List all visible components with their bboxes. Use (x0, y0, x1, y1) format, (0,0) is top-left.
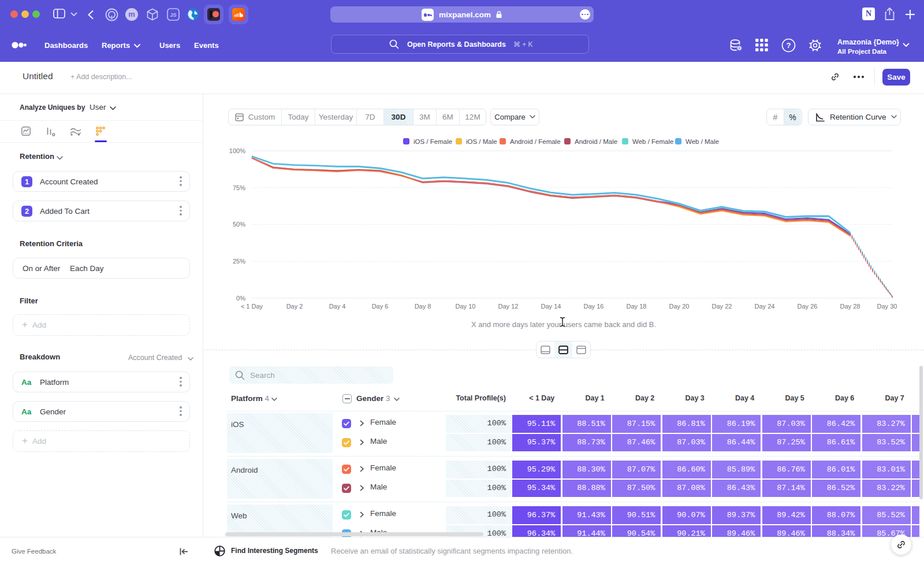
svg-text:50%: 50% (233, 221, 245, 228)
svg-text:Day 2: Day 2 (286, 303, 303, 310)
svg-text:Day 4: Day 4 (329, 303, 346, 310)
svg-text:0%: 0% (236, 295, 245, 302)
svg-text:Day 24: Day 24 (755, 303, 775, 310)
svg-text:Day 28: Day 28 (840, 303, 860, 310)
svg-text:Day 14: Day 14 (541, 303, 561, 310)
svg-text:Day 8: Day 8 (415, 303, 431, 310)
svg-text:100%: 100% (229, 147, 245, 154)
svg-text:Day 16: Day 16 (584, 303, 604, 310)
svg-text:?: ? (787, 41, 791, 50)
svg-text:Day 12: Day 12 (498, 303, 519, 310)
svg-text:Day 20: Day 20 (669, 303, 690, 310)
svg-text:Day 6: Day 6 (372, 303, 389, 310)
svg-text:Day 18: Day 18 (627, 303, 647, 310)
svg-text:Day 30: Day 30 (877, 303, 897, 310)
svg-text:JS: JS (170, 12, 176, 18)
svg-text:Day 26: Day 26 (798, 303, 818, 310)
svg-text:25%: 25% (233, 258, 245, 265)
svg-text:Day 10: Day 10 (456, 303, 476, 310)
svg-text:Day 22: Day 22 (712, 303, 732, 310)
svg-text:< 1 Day: < 1 Day (241, 303, 263, 310)
svg-text:75%: 75% (233, 184, 245, 191)
